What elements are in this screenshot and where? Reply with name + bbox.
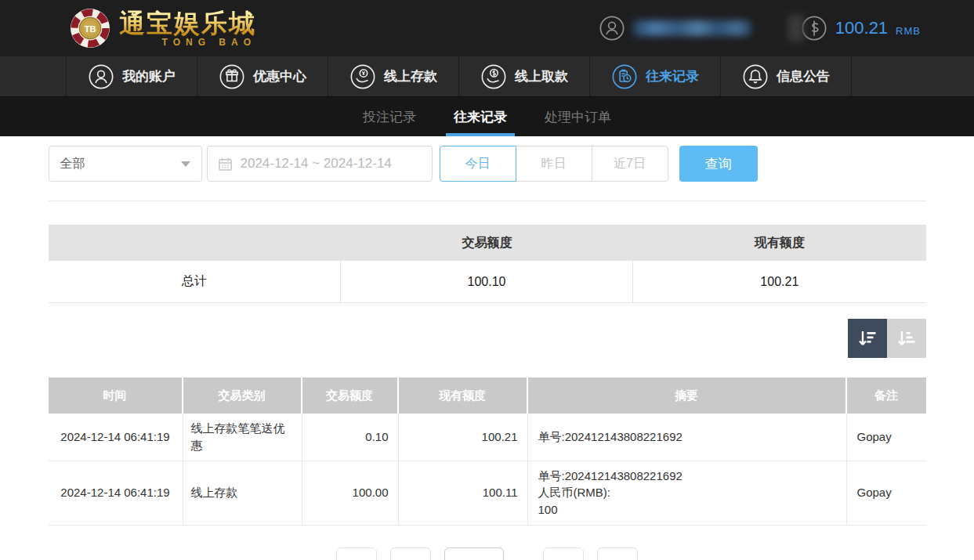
summary-col-empty <box>49 225 341 261</box>
calendar-icon <box>218 157 233 172</box>
cell-transaction-amount: 100.00 <box>302 461 399 525</box>
cell-summary: 单号:202412143808221692 <box>528 414 847 461</box>
cell-note: Gopay <box>847 461 926 525</box>
logo-text: 通宝娱乐城 TONG BAO <box>119 10 256 47</box>
nav-label: 我的账户 <box>122 67 176 85</box>
summary-current-total: 100.21 <box>633 261 925 302</box>
dollar-coin-icon <box>801 15 827 42</box>
balance-amount: 100.21 <box>835 18 888 38</box>
summary-table: 交易额度 现有额度 总计 100.10 100.21 <box>49 225 926 303</box>
main-navigation: 我的账户 优惠中心 线上存款 线上取款 <box>0 56 974 97</box>
announcement-bell-icon <box>742 63 769 90</box>
deposit-icon <box>349 63 376 90</box>
type-select-value: 全部 <box>60 156 85 172</box>
records-header-row: 时间 交易类别 交易额度 现有额度 摘要 备注 <box>49 378 926 414</box>
tab-transaction-records[interactable]: 往来记录 <box>452 97 509 136</box>
quick-range-last7days-button[interactable]: 近7日 <box>592 146 668 182</box>
quick-range-today-button[interactable]: 今日 <box>440 146 516 182</box>
cell-category: 线上存款 <box>183 461 302 525</box>
last-page-button[interactable] <box>597 547 638 560</box>
brand-name: 通宝娱乐城 <box>119 10 256 36</box>
nav-label: 信息公告 <box>777 67 830 85</box>
page-number-select[interactable]: 1 <box>444 547 504 560</box>
col-time: 时间 <box>49 378 183 414</box>
table-row: 2024-12-14 06:41:19 线上存款 100.00 100.11 单… <box>49 461 926 526</box>
summary-total-label: 总计 <box>49 261 341 302</box>
summary-col-transaction-amount: 交易额度 <box>341 225 633 261</box>
casino-chip-icon: TB <box>69 7 111 49</box>
cell-transaction-amount: 0.10 <box>302 414 399 461</box>
section-divider <box>49 201 926 201</box>
blur-patch <box>788 15 804 42</box>
nav-item-promotions[interactable]: 优惠中心 <box>197 56 328 96</box>
tab-label: 投注记录 <box>363 108 416 126</box>
col-category: 交易类别 <box>183 378 302 414</box>
nav-item-deposit[interactable]: 线上存款 <box>328 56 459 96</box>
table-row: 2024-12-14 06:41:19 线上存款笔笔送优惠 0.10 100.2… <box>49 414 926 461</box>
sub-tab-bar: 投注记录 往来记录 处理中订单 <box>0 97 974 136</box>
type-select[interactable]: 全部 <box>49 146 202 182</box>
chevron-down-icon <box>181 161 190 167</box>
sort-descending-button[interactable] <box>848 319 887 358</box>
header-right: 100.21 RMB <box>599 15 921 42</box>
summary-total-row: 总计 100.10 100.21 <box>49 261 926 303</box>
quick-range-group: 今日 昨日 近7日 <box>440 146 668 182</box>
sort-ascending-icon <box>896 328 917 349</box>
chip-label: TB <box>85 24 96 34</box>
date-range-value: 2024-12-14 ~ 2024-12-14 <box>241 156 392 172</box>
user-avatar-icon <box>599 15 625 42</box>
nav-item-my-account[interactable]: 我的账户 <box>66 56 197 96</box>
cell-current-amount: 100.11 <box>399 461 528 525</box>
cell-note: Gopay <box>847 414 926 461</box>
main-content: 全部 2024-12-14 ~ 2024-12-14 今日 昨日 近7日 查询 … <box>49 146 926 560</box>
username-blurred <box>633 20 751 36</box>
account-icon <box>88 63 114 90</box>
withdraw-icon <box>480 63 507 90</box>
sort-descending-icon <box>856 328 878 349</box>
nav-item-withdraw[interactable]: 线上取款 <box>459 56 590 96</box>
date-range-picker[interactable]: 2024-12-14 ~ 2024-12-14 <box>207 146 433 182</box>
nav-label: 往来记录 <box>646 67 699 85</box>
quick-range-yesterday-button[interactable]: 昨日 <box>516 146 592 182</box>
filter-row: 全部 2024-12-14 ~ 2024-12-14 今日 昨日 近7日 查询 <box>49 146 926 182</box>
tab-label: 处理中订单 <box>545 108 611 126</box>
pagination: 1 /1 <box>49 547 926 560</box>
cell-current-amount: 100.21 <box>399 414 528 461</box>
nav-label: 线上取款 <box>515 67 568 85</box>
summary-transaction-total: 100.10 <box>341 261 633 302</box>
tab-betting-records[interactable]: 投注记录 <box>361 97 418 136</box>
previous-page-button[interactable] <box>390 547 431 560</box>
nav-label: 线上存款 <box>384 67 437 85</box>
total-pages-label: /1 <box>517 547 530 560</box>
next-page-button[interactable] <box>543 547 584 560</box>
brand-subtitle: TONG BAO <box>162 38 256 47</box>
cell-category: 线上存款笔笔送优惠 <box>183 414 302 461</box>
balance-display[interactable]: 100.21 RMB <box>788 15 921 42</box>
col-note: 备注 <box>847 378 926 414</box>
summary-col-current-amount: 现有额度 <box>633 225 925 261</box>
promotions-gift-icon <box>219 63 245 90</box>
site-logo[interactable]: TB 通宝娱乐城 TONG BAO <box>69 7 256 49</box>
balance-currency: RMB <box>896 25 921 37</box>
cell-summary: 单号:202412143808221692 人民币(RMB): 100 <box>528 461 847 525</box>
search-button[interactable]: 查询 <box>679 146 758 182</box>
tab-label: 往来记录 <box>454 108 507 126</box>
records-icon <box>611 63 638 90</box>
col-transaction-amount: 交易额度 <box>302 378 399 414</box>
nav-label: 优惠中心 <box>253 67 306 85</box>
records-table: 时间 交易类别 交易额度 现有额度 摘要 备注 2024-12-14 06:41… <box>49 378 926 526</box>
user-account[interactable] <box>599 15 751 42</box>
summary-header-row: 交易额度 现有额度 <box>49 225 926 261</box>
col-summary: 摘要 <box>528 378 847 414</box>
tab-pending-orders[interactable]: 处理中订单 <box>543 97 613 136</box>
sort-ascending-button[interactable] <box>887 319 926 358</box>
nav-item-transaction-records[interactable]: 往来记录 <box>590 56 721 96</box>
cell-time: 2024-12-14 06:41:19 <box>49 414 183 461</box>
nav-item-announcements[interactable]: 信息公告 <box>721 56 852 96</box>
col-current-amount: 现有额度 <box>399 378 528 414</box>
first-page-button[interactable] <box>336 547 377 560</box>
top-header-bar: TB 通宝娱乐城 TONG BAO 100.21 RMB <box>0 0 974 56</box>
cell-time: 2024-12-14 06:41:19 <box>49 461 183 525</box>
sort-controls <box>49 319 926 358</box>
